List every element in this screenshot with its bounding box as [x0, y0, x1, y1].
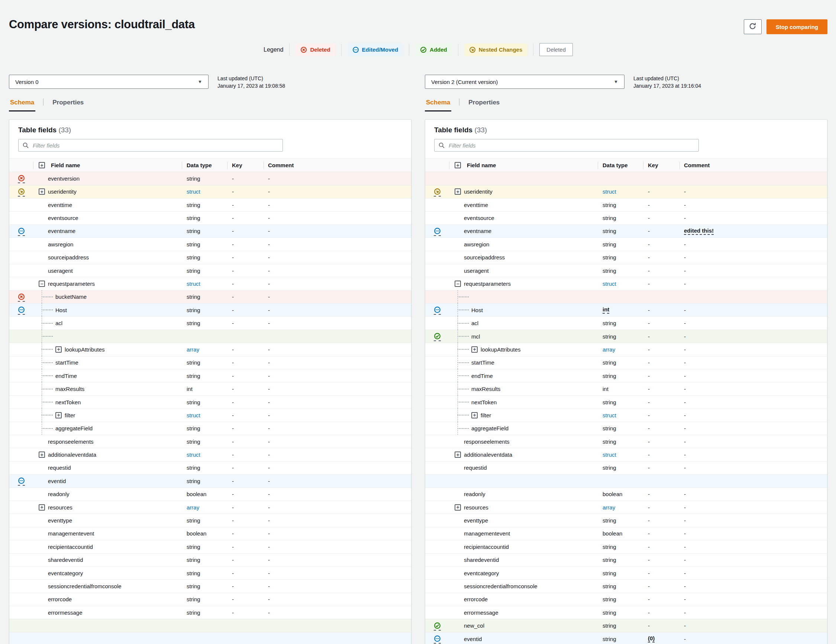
expand-icon[interactable]: +	[39, 188, 45, 195]
tree-line	[42, 395, 42, 408]
key-value: -	[648, 359, 650, 366]
tab-properties[interactable]: Properties	[51, 96, 85, 111]
edited-icon[interactable]	[18, 306, 25, 315]
added-icon[interactable]	[434, 333, 441, 341]
table-row: +filterstruct--	[425, 409, 827, 422]
comment-value[interactable]: edited this!	[684, 227, 714, 235]
edited-icon[interactable]	[434, 227, 441, 236]
tree-line	[42, 329, 42, 342]
comment-value: -	[684, 267, 686, 274]
edited-icon[interactable]	[434, 306, 441, 315]
row-type-cell: string	[598, 593, 643, 606]
field-name: startTime	[471, 359, 495, 366]
row-type-cell: string	[598, 369, 643, 382]
tree-line	[457, 382, 458, 395]
row-name-cell	[449, 474, 598, 487]
collapse-icon[interactable]: −	[39, 280, 45, 287]
key-value: -	[648, 267, 650, 274]
row-key-cell: -	[227, 225, 264, 238]
collapse-icon[interactable]: −	[455, 280, 461, 287]
field-name: mcl	[471, 333, 480, 340]
stop-comparing-button[interactable]: Stop comparing	[766, 19, 828, 34]
last-updated: Last updated (UTC) January 17, 2023 at 1…	[634, 75, 701, 90]
data-type-value[interactable]: array	[603, 346, 615, 353]
version-select[interactable]: Version 0 ▼	[9, 75, 209, 89]
row-type-cell: string	[182, 606, 227, 619]
deleted-icon[interactable]	[18, 293, 25, 302]
tab-schema[interactable]: Schema	[425, 96, 451, 111]
data-type-value[interactable]: struct	[603, 280, 616, 287]
expand-icon[interactable]: +	[39, 452, 45, 458]
key-value: -	[648, 610, 650, 616]
key-value: -	[232, 425, 234, 432]
row-name-cell: sourceipaddress	[449, 251, 598, 264]
field-name: eventname	[48, 228, 75, 234]
field-name: eventtype	[464, 517, 488, 523]
data-type-value: string	[186, 307, 200, 313]
row-key-cell: -	[227, 212, 264, 224]
row-key-cell: -	[643, 251, 679, 264]
expand-icon[interactable]: +	[39, 504, 45, 510]
refresh-button[interactable]	[744, 19, 762, 34]
expand-all-icon[interactable]: +	[39, 162, 45, 168]
expand-icon[interactable]: +	[455, 452, 461, 458]
data-type-value[interactable]: struct	[186, 452, 200, 458]
tree-line	[42, 290, 42, 303]
key-value: -	[232, 254, 234, 261]
row-name-cell: eventid	[33, 474, 182, 487]
data-type-value[interactable]: array	[603, 504, 615, 510]
version-select[interactable]: Version 2 (Current version) ▼	[425, 75, 624, 89]
row-key-cell: -	[643, 619, 679, 632]
data-type-value[interactable]: struct	[186, 412, 200, 419]
deleted-icon[interactable]	[18, 174, 25, 183]
comment-value: -	[268, 254, 270, 261]
row-comment-cell: -	[264, 251, 411, 264]
expand-all-icon[interactable]: +	[455, 162, 461, 168]
data-type-value[interactable]: struct	[603, 452, 616, 458]
data-type-value[interactable]: struct	[186, 280, 200, 287]
row-name-cell: responseelements	[33, 435, 182, 448]
table-row: requestidstring--	[425, 461, 827, 474]
row-status-cell	[9, 633, 33, 644]
nested-changes-icon[interactable]	[18, 188, 25, 197]
key-value[interactable]: (0)	[648, 635, 655, 642]
tab-properties[interactable]: Properties	[467, 96, 501, 111]
nested-changes-icon[interactable]	[434, 188, 441, 197]
expand-icon[interactable]: +	[471, 412, 478, 419]
data-type-value[interactable]: int	[603, 306, 609, 314]
tab-schema[interactable]: Schema	[9, 96, 35, 111]
expand-icon[interactable]: +	[56, 412, 62, 419]
row-name-cell: eventversion	[33, 172, 182, 185]
comment-value: -	[684, 412, 686, 419]
data-type-value[interactable]: struct	[186, 188, 200, 195]
added-icon[interactable]	[434, 622, 441, 631]
legend-deleted-label: Deleted	[310, 46, 330, 53]
comment-value: -	[684, 359, 686, 366]
expand-icon[interactable]: +	[471, 346, 478, 353]
key-value: -	[232, 307, 234, 313]
expand-icon[interactable]: +	[56, 346, 62, 353]
edited-icon[interactable]	[18, 227, 25, 236]
row-status-cell	[9, 199, 33, 211]
filter-fields-input[interactable]	[448, 142, 695, 149]
data-type-value[interactable]: array	[186, 346, 199, 353]
tree-leader	[457, 323, 469, 324]
table-row: eventsourcestring--	[9, 212, 411, 225]
field-name: additionaleventdata	[464, 452, 512, 458]
edited-icon[interactable]	[434, 635, 441, 644]
expand-icon[interactable]: +	[455, 188, 461, 195]
data-type-value: string	[603, 557, 616, 563]
data-type-value[interactable]: struct	[603, 188, 616, 195]
key-value: -	[232, 491, 234, 497]
edited-icon[interactable]	[18, 477, 25, 486]
row-status-cell	[425, 619, 449, 632]
data-type-value[interactable]: array	[186, 504, 199, 510]
comment-value: -	[268, 241, 270, 248]
version-row: Version 2 (Current version) ▼ Last updat…	[425, 75, 828, 90]
data-type-value[interactable]: struct	[603, 412, 616, 419]
row-key-cell: -	[643, 238, 679, 251]
expand-icon[interactable]: +	[455, 504, 461, 510]
key-column-header: Key	[643, 159, 679, 172]
legend-label: Legend	[264, 46, 283, 53]
filter-fields-input[interactable]	[32, 142, 279, 149]
